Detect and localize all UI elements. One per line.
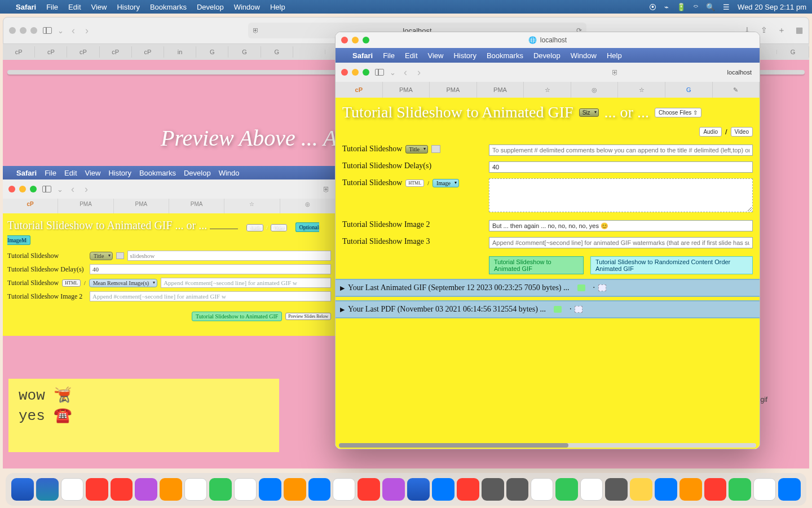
dock-app-icon[interactable] — [531, 478, 553, 501]
wifi-icon[interactable]: ⌔ — [694, 3, 698, 11]
chevron-down-icon[interactable]: ⌄ — [390, 68, 396, 77]
dock-app-icon[interactable] — [308, 478, 331, 501]
lp-preview-button[interactable]: Preview Slides Below — [285, 313, 331, 320]
color-swatch[interactable] — [431, 145, 440, 153]
dock-app-icon[interactable] — [259, 478, 281, 501]
delay-input[interactable] — [489, 161, 753, 173]
dock-app-icon[interactable] — [284, 478, 306, 501]
front-tab-strip[interactable]: cP PMA PMA PMA ☆ ◎ ☆ G ✎ — [336, 82, 760, 98]
dock-app-icon[interactable] — [679, 478, 702, 501]
dock-app-icon[interactable] — [555, 478, 578, 501]
dock-app-icon[interactable] — [457, 478, 479, 501]
privacy-shield-icon[interactable]: ⛨ — [611, 68, 619, 77]
menu-edit[interactable]: Edit — [68, 3, 81, 11]
forward-button[interactable]: › — [83, 25, 91, 37]
battery-icon[interactable]: 🔋 — [677, 3, 686, 11]
dock[interactable] — [6, 473, 806, 506]
window-traffic-lights[interactable] — [9, 27, 37, 34]
back-button[interactable]: ‹ — [401, 67, 409, 78]
image2-input[interactable] — [489, 220, 753, 231]
dock-app-icon[interactable] — [382, 478, 405, 501]
front-page-body[interactable]: Tutorial Slideshow to Animated GIF Siz .… — [336, 98, 760, 449]
new-tab-icon[interactable]: ＋ — [778, 25, 785, 36]
submit-randomized-button[interactable]: Tutorial Slideshow to Randomized Content… — [590, 256, 753, 274]
tab-item[interactable]: cP — [132, 46, 164, 58]
close-icon[interactable] — [341, 37, 348, 43]
video-link[interactable]: Video — [271, 224, 287, 231]
tab-item[interactable]: PMA — [383, 82, 430, 98]
choose-files-button[interactable]: Choose Files ⇧ — [655, 108, 701, 117]
chevron-down-icon[interactable]: ⌄ — [58, 27, 64, 35]
thumbnail-icon[interactable] — [554, 306, 562, 313]
tab-item[interactable]: ☆ — [618, 82, 665, 98]
mac-menubar[interactable]: Safari File Edit View History Bookmarks … — [0, 0, 812, 14]
lp-image1-input[interactable]: Append #comment[~second line] for animat… — [161, 278, 331, 288]
dock-app-icon[interactable] — [11, 478, 34, 501]
dock-app-icon[interactable] — [407, 478, 430, 501]
lp-submit-button[interactable]: Tutorial Slideshow to Animated GIF — [192, 312, 282, 321]
close-icon[interactable] — [9, 27, 16, 34]
forward-button[interactable]: › — [415, 67, 423, 78]
tab-item[interactable]: PMA — [477, 82, 524, 98]
dock-app-icon[interactable] — [729, 478, 751, 501]
dock-app-icon[interactable] — [753, 478, 776, 501]
lp-image-mode-select[interactable]: Mean Removal Image(s) — [89, 279, 157, 287]
tab-item[interactable]: cP — [35, 46, 67, 58]
tab-item[interactable]: ◎ — [571, 82, 619, 98]
tab-item[interactable]: PMA — [430, 82, 477, 98]
lp-delay-input[interactable]: 40 — [90, 264, 331, 274]
tab-item[interactable]: G — [228, 46, 261, 58]
size-select[interactable]: Siz — [579, 108, 599, 117]
dock-app-icon[interactable] — [605, 478, 628, 501]
thumbnail-icon[interactable] — [577, 284, 585, 291]
dock-app-icon[interactable] — [160, 478, 182, 501]
sidebar-toggle-icon[interactable] — [375, 69, 384, 76]
bluetooth-icon[interactable]: ⌁ — [664, 3, 669, 11]
front-titlebar[interactable]: 🌐 localhost — [336, 32, 760, 48]
menu-view[interactable]: View — [91, 3, 107, 11]
tab-item[interactable]: in — [164, 46, 196, 58]
close-icon[interactable] — [341, 69, 348, 76]
front-address-bar[interactable]: localhost — [630, 68, 754, 77]
dock-app-icon[interactable] — [655, 478, 677, 501]
dock-app-icon[interactable] — [209, 478, 232, 501]
disclosure-triangle-icon[interactable]: ▶ — [340, 306, 345, 313]
dock-app-icon[interactable] — [61, 478, 83, 501]
lp-html-button[interactable]: HTML — [62, 279, 81, 287]
menu-help[interactable]: Help — [270, 3, 285, 11]
minimize-icon[interactable] — [352, 69, 359, 76]
tab-item[interactable]: ✎ — [713, 82, 760, 98]
dock-app-icon[interactable] — [234, 478, 257, 501]
lp-image2-input[interactable]: Append #comment[~second line] for animat… — [90, 291, 331, 301]
scrollbar-thumb[interactable] — [339, 443, 568, 448]
title-input[interactable] — [489, 144, 753, 156]
disclosure-triangle-icon[interactable]: ▶ — [340, 284, 345, 292]
tab-item[interactable]: G — [665, 82, 713, 98]
dock-app-icon[interactable] — [333, 478, 355, 501]
lp-title-input[interactable]: slideshow — [127, 251, 331, 261]
front-safari-window[interactable]: 🌐 localhost Safari File Edit View Histor… — [335, 32, 760, 449]
menu-bookmarks[interactable]: Bookmarks — [150, 3, 187, 11]
privacy-shield-icon[interactable]: ⛨ — [253, 27, 259, 34]
tab-item[interactable] — [293, 50, 325, 54]
tab-item[interactable]: ☆ — [524, 82, 571, 98]
menu-history[interactable]: History — [117, 3, 139, 11]
share-icon[interactable]: ⇪ — [761, 25, 767, 36]
dock-app-icon[interactable] — [506, 478, 529, 501]
screenrec-icon[interactable]: ⦿ — [649, 3, 656, 11]
dock-app-icon[interactable] — [580, 478, 603, 501]
control-center-icon[interactable]: ☰ — [723, 3, 730, 11]
zoom-icon[interactable] — [30, 27, 37, 34]
color-swatch[interactable] — [116, 252, 124, 259]
menu-window[interactable]: Window — [234, 3, 260, 11]
image-mode-select[interactable]: Image — [433, 179, 459, 187]
tab-item[interactable]: cP — [100, 46, 132, 58]
tab-overview-icon[interactable]: ▦ — [796, 25, 803, 36]
lp-title-select[interactable]: Title — [90, 252, 113, 260]
trash-icon[interactable] — [598, 284, 606, 291]
tab-item[interactable]: G — [261, 46, 293, 58]
menu-develop[interactable]: Develop — [197, 3, 224, 11]
dock-app-icon[interactable] — [184, 478, 207, 501]
tab-item[interactable]: cP — [336, 82, 383, 98]
tab-item[interactable]: G — [196, 46, 228, 58]
